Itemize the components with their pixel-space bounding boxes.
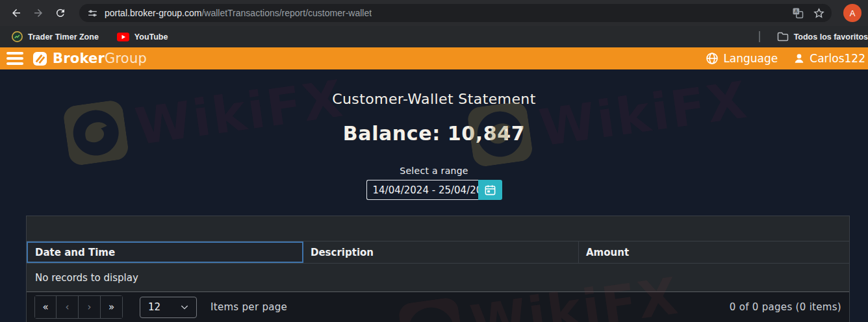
app-header: BrokerGroup Language Carlos122 <box>0 47 868 69</box>
broker-group-logo-icon <box>32 51 47 66</box>
url-path: /walletTransactions/report/customer-wall… <box>201 8 372 18</box>
menu-button[interactable] <box>5 51 25 66</box>
youtube-favicon <box>117 32 129 42</box>
bookmark-trader-timer-zone[interactable]: Trader Timer Zone <box>6 29 104 45</box>
range-label: Select a range <box>0 166 868 176</box>
translate-icon[interactable]: A <box>792 7 804 19</box>
folder-label: Todos los favoritos <box>794 32 868 42</box>
browser-profile-avatar[interactable]: A <box>843 4 862 22</box>
grid-pager: « ‹ › » 12 Items per page 0 of 0 pages (… <box>27 292 849 322</box>
wikifx-watermark: WikiFX <box>466 69 752 167</box>
trader-timer-zone-favicon <box>12 31 23 42</box>
date-range-input[interactable]: 14/04/2024 - 25/04/20... <box>366 180 478 200</box>
forward-icon <box>32 7 44 19</box>
bookmarks-divider <box>759 31 760 42</box>
main-content: Customer-Wallet Statement Balance: 10,84… <box>0 69 868 322</box>
url-domain: portal.broker-group.com <box>105 8 201 18</box>
balance-text: Balance: 10,847 <box>0 122 868 145</box>
svg-text:A: A <box>795 8 798 14</box>
user-menu[interactable]: Carlos122 <box>793 52 865 65</box>
reload-icon <box>55 7 66 19</box>
screen: portal.broker-group.com/walletTransactio… <box>0 0 868 322</box>
back-icon <box>10 7 22 19</box>
bookmark-star-icon[interactable] <box>813 7 825 19</box>
bookmark-label: Trader Timer Zone <box>28 32 99 42</box>
column-header-amount[interactable]: Amount <box>579 242 849 263</box>
site-settings-icon[interactable] <box>87 8 98 19</box>
date-range-picker: 14/04/2024 - 25/04/20... <box>0 180 868 200</box>
column-header-description[interactable]: Description <box>303 242 579 263</box>
brand-logo[interactable]: BrokerGroup <box>32 51 147 66</box>
page-title: Customer-Wallet Statement <box>0 91 868 107</box>
user-icon <box>793 53 805 64</box>
calendar-button[interactable] <box>478 180 502 200</box>
bookmarks-bar: Trader Timer Zone YouTube Todos los favo… <box>0 26 868 47</box>
globe-icon <box>706 52 719 65</box>
url-bar[interactable]: portal.broker-group.com/walletTransactio… <box>79 4 832 22</box>
page-size-value: 12 <box>148 301 160 313</box>
transactions-grid: Date and Time Description Amount No reco… <box>26 216 850 322</box>
grid-toolbar <box>27 216 849 242</box>
browser-toolbar: portal.broker-group.com/walletTransactio… <box>0 0 868 26</box>
grid-header-row: Date and Time Description Amount <box>27 242 849 264</box>
pager-summary: 0 of 0 pages (0 items) <box>730 301 841 313</box>
wikifx-watermark: WikiFX <box>62 69 348 167</box>
pager-nav-group: « ‹ › » <box>34 295 123 319</box>
all-bookmarks-folder[interactable]: Todos los favoritos <box>772 29 868 45</box>
brand-name-light: Group <box>105 51 147 66</box>
calendar-icon <box>484 184 496 196</box>
forward-button[interactable] <box>29 4 47 22</box>
language-label: Language <box>723 52 778 65</box>
next-page-button[interactable]: › <box>79 295 101 319</box>
language-selector[interactable]: Language <box>706 52 778 65</box>
folder-icon <box>777 32 789 42</box>
bookmark-label: YouTube <box>134 32 168 42</box>
back-button[interactable] <box>7 4 25 22</box>
items-per-page-label: Items per page <box>211 301 287 313</box>
brand-name-bold: Broker <box>53 51 105 66</box>
reload-button[interactable] <box>51 4 70 22</box>
first-page-button[interactable]: « <box>34 295 57 319</box>
url-text[interactable]: portal.broker-group.com/walletTransactio… <box>105 8 372 18</box>
chevron-down-icon <box>179 302 190 312</box>
page-size-select[interactable]: 12 <box>140 297 197 318</box>
previous-page-button[interactable]: ‹ <box>57 295 79 319</box>
column-header-date-and-time[interactable]: Date and Time <box>27 242 303 263</box>
username: Carlos122 <box>810 52 865 65</box>
bookmark-youtube[interactable]: YouTube <box>112 29 173 45</box>
last-page-button[interactable]: » <box>101 295 123 319</box>
empty-records-message: No records to display <box>27 264 849 292</box>
